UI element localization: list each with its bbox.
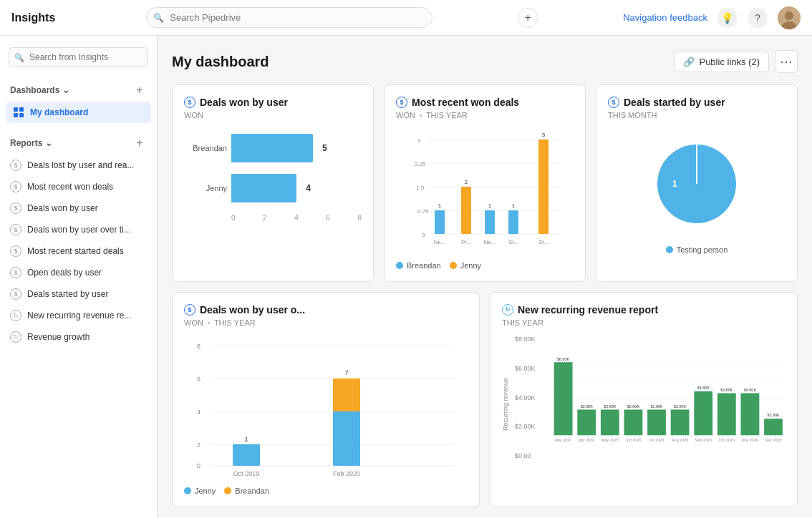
svg-text:$1.80K: $1.80K [767,413,780,417]
search-icon-nav: 🔍 [153,13,164,23]
svg-text:Dec 2020: Dec 2020 [765,438,781,442]
lightbulb-icon-btn[interactable]: 💡 [717,8,738,28]
deals-over-time-legend: Jenny Breandan [184,487,468,495]
hbar-track-breandan: 5 [231,134,362,162]
svg-text:$2.80K: $2.80K [650,404,663,409]
main-layout: 🔍 Dashboards ⌄ + My dashboard Reports ⌄ … [0,36,812,518]
sidebar-item-report-2[interactable]: $Deals won by user [0,197,157,219]
nav-right: Navigation feedback 💡 ? [623,6,801,29]
hbar-value-breandan: 5 [322,143,327,153]
svg-text:Ne...: Ne... [434,239,446,245]
svg-rect-59 [577,409,596,435]
sidebar-report-label: Deals lost by user and rea... [27,160,134,170]
pie-container: 1 [608,128,786,240]
svg-text:2: 2 [197,441,200,449]
dollar-icon-report: $ [10,288,21,300]
reports-section-header[interactable]: Reports ⌄ + [0,132,157,155]
add-button[interactable]: + [518,8,538,28]
dollar-icon-over-time: $ [184,304,195,316]
sidebar-report-label: Revenue growth [27,332,90,342]
sidebar-item-report-5[interactable]: $Open deals by user [0,262,157,283]
nav-feedback-link[interactable]: Navigation feedback [623,12,707,23]
svg-rect-65 [647,409,666,435]
pie-chart-svg: 1 [647,134,747,234]
svg-rect-21 [485,210,495,234]
svg-text:1: 1 [244,436,248,443]
recurring-revenue-card: ↻ New recurring revenue report THIS YEAR… [490,292,798,507]
add-dashboard-button[interactable]: + [132,83,147,97]
sidebar-item-report-1[interactable]: $Most recent won deals [0,176,157,197]
sidebar-item-report-3[interactable]: $Deals won by user over ti... [0,219,157,240]
sidebar-report-label: Deals won by user over ti... [27,225,131,235]
sidebar-item-my-dashboard[interactable]: My dashboard [6,102,151,123]
deals-won-title: $ Deals won by user [184,97,362,108]
legend-breandan-time: Breandan [224,487,269,495]
sidebar-item-report-4[interactable]: $Most recent started deals [0,240,157,262]
hbar-axis: 02468 [184,214,362,222]
svg-text:3: 3 [417,137,421,144]
reports-chevron-icon: ⌄ [45,138,52,148]
sidebar-item-report-7[interactable]: ↻New recurring revenue re... [0,305,157,326]
svg-text:1: 1 [488,202,492,209]
svg-rect-57 [554,362,573,435]
svg-rect-45 [233,444,260,466]
svg-rect-47 [333,411,360,466]
svg-text:$2.80K: $2.80K [581,404,594,409]
dollar-icon-report: $ [10,224,21,235]
svg-text:$4.80K: $4.80K [697,386,710,390]
dashboard-row-2: $ Deals won by user o... WON THIS YEAR 8… [172,292,798,507]
dashboard-title: My dashboard [172,54,269,70]
recur-icon: ↻ [502,304,513,316]
app-title: Insights [11,11,55,24]
dollar-icon-won: $ [184,97,195,108]
user-avatar[interactable] [778,6,801,29]
most-recent-won-chart: 3 2.25 1.5 0.75 0 1 2 [396,128,574,253]
more-options-button[interactable]: ⋯ [775,50,798,73]
sidebar: 🔍 Dashboards ⌄ + My dashboard Reports ⌄ … [0,36,158,518]
svg-rect-25 [538,140,548,234]
hbar-label-jenny: Jenny [184,184,227,192]
svg-rect-17 [435,210,445,234]
deals-won-over-time-subtitle: WON THIS YEAR [184,318,468,327]
svg-text:7: 7 [344,369,348,376]
svg-text:Jun 2020: Jun 2020 [625,438,641,442]
deals-started-legend: Testing person [608,245,786,254]
svg-rect-4 [19,107,24,112]
dashboards-section-header[interactable]: Dashboards ⌄ + [0,79,157,102]
svg-point-1 [785,11,793,20]
public-links-label: Public links (2) [699,57,760,67]
svg-text:Aug 2020: Aug 2020 [672,438,688,442]
global-search[interactable]: 🔍 [146,7,432,28]
add-report-button[interactable]: + [132,136,147,150]
legend-breandan: Breandan [396,261,441,270]
sidebar-search-input[interactable] [9,47,148,67]
svg-text:0: 0 [422,232,425,238]
dollar-icon-report: $ [10,245,21,257]
deals-won-subtitle: WON [184,111,362,119]
sidebar-search-container[interactable]: 🔍 [9,47,148,67]
dashboard-grid-icon [13,107,24,118]
dollar-icon-started: $ [608,97,619,108]
sidebar-item-report-6[interactable]: $Deals started by user [0,283,157,305]
dashboard-row-1: $ Deals won by user WON Breandan 5 [172,84,798,282]
most-recent-won-legend: Breandan Jenny [396,261,574,270]
svg-text:$2.80K: $2.80K [674,404,687,409]
help-icon-btn[interactable]: ? [748,8,768,28]
dollar-icon-recent: $ [396,97,407,108]
dashboards-label: Dashboards ⌄ [10,85,69,95]
sidebar-item-report-8[interactable]: ↻Revenue growth [0,326,157,348]
svg-text:Jul 2020: Jul 2020 [649,438,664,442]
legend-jenny-time: Jenny [184,487,216,495]
deals-started-title: $ Deals started by user [608,97,786,108]
deals-started-subtitle: THIS MONTH [608,111,786,119]
dashboard-header: My dashboard 🔗 Public links (2) ⋯ [172,50,798,73]
deals-started-by-user-card: $ Deals started by user THIS MONTH 1 [596,84,798,282]
public-links-button[interactable]: 🔗 Public links (2) [674,52,769,72]
sidebar-item-report-0[interactable]: $Deals lost by user and rea... [0,155,157,176]
svg-text:St...: St... [538,239,548,245]
svg-rect-69 [694,391,712,435]
svg-rect-19 [461,187,471,234]
svg-text:2: 2 [465,179,468,185]
global-search-input[interactable] [146,7,432,28]
svg-text:1: 1 [512,202,516,209]
